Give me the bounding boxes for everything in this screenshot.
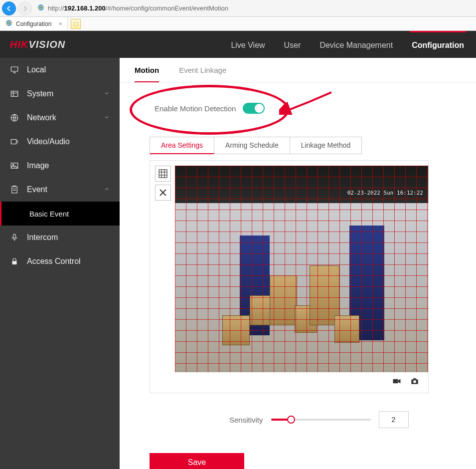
nav-back-button[interactable]: [2, 1, 16, 15]
display-icon: [10, 137, 19, 146]
svg-rect-5: [11, 91, 18, 97]
grid-tool-button[interactable]: [155, 166, 171, 182]
sidebar-item-intercom[interactable]: Intercom: [0, 226, 120, 249]
url-text: http://192.168.1.200/#/home/config/commo…: [48, 4, 228, 12]
sidebar-item-system[interactable]: System: [0, 82, 120, 106]
save-button[interactable]: Save: [150, 453, 244, 469]
svg-rect-12: [12, 261, 17, 264]
sidebar-item-label: Basic Event: [29, 210, 69, 218]
sensitivity-slider[interactable]: [271, 419, 371, 421]
sidebar-item-network[interactable]: Network: [0, 106, 120, 130]
sidebar-item-access-control[interactable]: Access Control: [0, 249, 120, 273]
chevron-up-icon: [104, 185, 110, 194]
sidebar-item-label: Access Control: [27, 257, 81, 266]
sensitivity-value-input[interactable]: 2: [379, 411, 409, 428]
sidebar-item-label: System: [27, 89, 53, 98]
svg-rect-4: [11, 67, 18, 71]
browser-toolbar: http://192.168.1.200/#/home/config/commo…: [0, 0, 476, 17]
sidebar-item-label: Network: [27, 113, 56, 122]
sidebar-item-label: Video/Audio: [27, 137, 70, 146]
clipboard-icon: [10, 185, 19, 194]
svg-rect-7: [11, 140, 16, 144]
record-icon[interactable]: [391, 376, 402, 388]
app-header: HIKVISION Live View User Device Manageme…: [0, 31, 476, 58]
sidebar-item-label: Image: [27, 161, 49, 170]
topnav-live-view[interactable]: Live View: [229, 31, 267, 58]
sidebar: Local System Network Video/Audio Image E…: [0, 58, 120, 469]
topnav-configuration[interactable]: Configuration: [410, 31, 466, 58]
svg-rect-11: [13, 234, 16, 238]
subtabs: Area Settings Arming Schedule Linkage Me…: [150, 137, 362, 154]
mic-icon: [10, 233, 19, 242]
top-nav: Live View User Device Management Configu…: [229, 31, 476, 58]
lock-icon: [10, 257, 19, 266]
subtab-linkage-method[interactable]: Linkage Method: [290, 137, 362, 154]
sensitivity-row: Sensitivity 2: [229, 411, 476, 428]
browser-tab-bar: Configuration × ▢: [0, 17, 476, 31]
tab-event-linkage[interactable]: Event Linkage: [179, 66, 226, 82]
main-content: Motion Event Linkage Enable Motion Detec…: [120, 58, 476, 469]
browser-tab[interactable]: Configuration ×: [0, 17, 68, 30]
content-tabs: Motion Event Linkage: [120, 58, 476, 83]
sidebar-sub-basic-event[interactable]: Basic Event: [0, 202, 120, 226]
monitor-icon: [10, 65, 19, 74]
topnav-user[interactable]: User: [282, 31, 303, 58]
ie-icon: [37, 3, 45, 13]
ie-icon: [5, 19, 13, 28]
sidebar-item-image[interactable]: Image: [0, 154, 120, 178]
brand-logo: HIKVISION: [0, 39, 120, 50]
sidebar-item-label: Event: [27, 185, 47, 194]
enable-motion-toggle[interactable]: [243, 103, 265, 114]
camera-preview[interactable]: 02-23-2022 Sun 16:12:22: [175, 166, 428, 372]
svg-rect-10: [12, 187, 17, 193]
globe-icon: [10, 113, 19, 122]
sidebar-item-video-audio[interactable]: Video/Audio: [0, 130, 120, 154]
subtab-arming-schedule[interactable]: Arming Schedule: [214, 137, 290, 154]
grid-icon: [10, 89, 19, 98]
new-tab-button[interactable]: ▢: [71, 19, 81, 29]
enable-motion-label: Enable Motion Detection: [155, 104, 236, 113]
url-bar[interactable]: http://192.168.1.200/#/home/config/commo…: [34, 3, 474, 13]
image-icon: [10, 161, 19, 170]
browser-tab-title: Configuration: [16, 20, 51, 27]
nav-forward-button[interactable]: [18, 1, 32, 15]
sidebar-item-local[interactable]: Local: [0, 58, 120, 82]
sidebar-item-label: Intercom: [27, 233, 58, 242]
topnav-device-management[interactable]: Device Management: [317, 31, 395, 58]
chevron-down-icon: [104, 113, 110, 122]
snapshot-icon[interactable]: [409, 376, 420, 388]
close-icon[interactable]: ×: [58, 20, 62, 27]
svg-point-14: [413, 380, 416, 383]
clear-tool-button[interactable]: [155, 185, 171, 201]
chevron-down-icon: [104, 89, 110, 98]
sensitivity-label: Sensitivity: [229, 416, 263, 424]
motion-grid-overlay: [175, 166, 428, 372]
subtab-area-settings[interactable]: Area Settings: [150, 137, 214, 154]
svg-rect-13: [159, 170, 167, 178]
preview-panel: 02-23-2022 Sun 16:12:22: [150, 160, 429, 393]
slider-thumb[interactable]: [287, 416, 295, 424]
sidebar-item-event[interactable]: Event: [0, 178, 120, 202]
tab-motion[interactable]: Motion: [135, 66, 159, 82]
sidebar-item-label: Local: [27, 65, 46, 74]
